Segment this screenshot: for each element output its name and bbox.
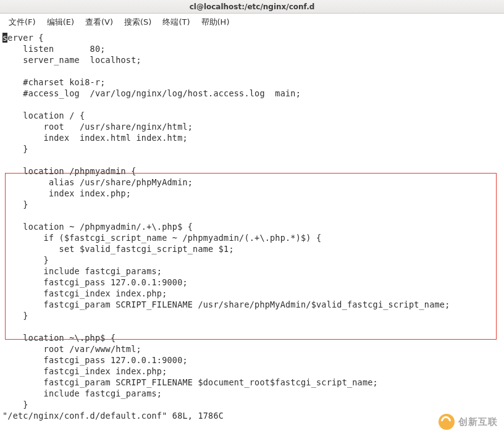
window-titlebar: cl@localhost:/etc/nginx/conf.d (0, 0, 504, 14)
terminal-content[interactable]: server { listen 80; server_name localhos… (0, 31, 504, 424)
watermark-text: 创新互联 (458, 416, 498, 428)
menubar: 文件(F) 编辑(E) 查看(V) 搜索(S) 终端(T) 帮助(H) (0, 14, 504, 31)
menu-file[interactable]: 文件(F) (4, 14, 41, 30)
menu-help[interactable]: 帮助(H) (196, 14, 235, 30)
menu-edit[interactable]: 编辑(E) (42, 14, 79, 30)
menu-view[interactable]: 查看(V) (80, 14, 118, 30)
watermark-icon (439, 414, 455, 430)
menu-search[interactable]: 搜索(S) (119, 14, 156, 30)
terminal-cursor: s (2, 33, 7, 43)
window-title: cl@localhost:/etc/nginx/conf.d (190, 2, 315, 11)
watermark: 创新互联 (439, 414, 498, 430)
menu-terminal[interactable]: 终端(T) (158, 14, 195, 30)
